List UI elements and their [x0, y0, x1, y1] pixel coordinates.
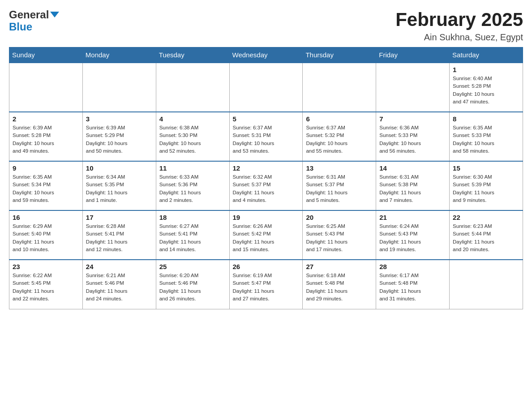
- logo-general: General: [9, 9, 49, 21]
- day-number: 4: [159, 115, 226, 123]
- day-info: Sunrise: 6:27 AM Sunset: 5:41 PM Dayligh…: [159, 223, 226, 253]
- calendar-cell: 18Sunrise: 6:27 AM Sunset: 5:41 PM Dayli…: [156, 210, 229, 260]
- calendar-table: Sunday Monday Tuesday Wednesday Thursday…: [9, 47, 523, 309]
- header-saturday: Saturday: [450, 47, 523, 63]
- day-info: Sunrise: 6:31 AM Sunset: 5:37 PM Dayligh…: [306, 173, 373, 204]
- calendar-cell: 1Sunrise: 6:40 AM Sunset: 5:28 PM Daylig…: [450, 63, 523, 112]
- calendar-cell: 23Sunrise: 6:22 AM Sunset: 5:45 PM Dayli…: [9, 260, 83, 309]
- day-info: Sunrise: 6:38 AM Sunset: 5:30 PM Dayligh…: [159, 124, 226, 155]
- day-info: Sunrise: 6:23 AM Sunset: 5:44 PM Dayligh…: [453, 223, 519, 253]
- day-info: Sunrise: 6:19 AM Sunset: 5:47 PM Dayligh…: [233, 272, 300, 303]
- calendar-cell: 4Sunrise: 6:38 AM Sunset: 5:30 PM Daylig…: [156, 112, 229, 161]
- logo-text: General Blue: [9, 9, 59, 33]
- calendar-cell: 8Sunrise: 6:35 AM Sunset: 5:33 PM Daylig…: [450, 112, 523, 161]
- day-info: Sunrise: 6:33 AM Sunset: 5:36 PM Dayligh…: [159, 173, 226, 204]
- calendar-cell: [156, 63, 229, 112]
- calendar-cell: 13Sunrise: 6:31 AM Sunset: 5:37 PM Dayli…: [303, 161, 376, 210]
- title-area: February 2025 Ain Sukhna, Suez, Egypt: [395, 9, 523, 43]
- day-number: 11: [159, 164, 226, 172]
- day-number: 18: [159, 214, 226, 221]
- day-number: 25: [159, 263, 226, 270]
- calendar-cell: 9Sunrise: 6:35 AM Sunset: 5:34 PM Daylig…: [9, 161, 83, 210]
- day-info: Sunrise: 6:39 AM Sunset: 5:28 PM Dayligh…: [13, 124, 79, 155]
- day-number: 28: [379, 263, 446, 270]
- calendar-cell: 3Sunrise: 6:39 AM Sunset: 5:29 PM Daylig…: [82, 112, 156, 161]
- day-info: Sunrise: 6:25 AM Sunset: 5:43 PM Dayligh…: [306, 223, 373, 253]
- day-info: Sunrise: 6:39 AM Sunset: 5:29 PM Dayligh…: [86, 124, 153, 155]
- calendar-cell: 11Sunrise: 6:33 AM Sunset: 5:36 PM Dayli…: [156, 161, 229, 210]
- week-row-4: 16Sunrise: 6:29 AM Sunset: 5:40 PM Dayli…: [9, 210, 523, 260]
- day-number: 1: [453, 66, 519, 73]
- calendar-cell: 2Sunrise: 6:39 AM Sunset: 5:28 PM Daylig…: [9, 112, 83, 161]
- week-row-5: 23Sunrise: 6:22 AM Sunset: 5:45 PM Dayli…: [9, 260, 523, 309]
- header-thursday: Thursday: [303, 47, 376, 63]
- logo-blue: Blue: [9, 21, 32, 33]
- calendar-cell: 15Sunrise: 6:30 AM Sunset: 5:39 PM Dayli…: [450, 161, 523, 210]
- day-number: 10: [86, 164, 153, 172]
- week-row-2: 2Sunrise: 6:39 AM Sunset: 5:28 PM Daylig…: [9, 112, 523, 161]
- calendar-cell: [9, 63, 83, 112]
- day-info: Sunrise: 6:37 AM Sunset: 5:31 PM Dayligh…: [233, 124, 300, 155]
- calendar-cell: [303, 63, 376, 112]
- day-number: 23: [13, 263, 79, 270]
- day-number: 22: [453, 214, 519, 221]
- calendar-cell: [450, 260, 523, 309]
- calendar-cell: 5Sunrise: 6:37 AM Sunset: 5:31 PM Daylig…: [229, 112, 303, 161]
- day-info: Sunrise: 6:35 AM Sunset: 5:34 PM Dayligh…: [13, 173, 79, 204]
- calendar-cell: 22Sunrise: 6:23 AM Sunset: 5:44 PM Dayli…: [450, 210, 523, 260]
- calendar-cell: [376, 63, 450, 112]
- day-number: 21: [379, 214, 446, 221]
- logo: General Blue: [9, 9, 59, 33]
- calendar-cell: [229, 63, 303, 112]
- calendar-cell: 28Sunrise: 6:17 AM Sunset: 5:48 PM Dayli…: [376, 260, 450, 309]
- day-info: Sunrise: 6:17 AM Sunset: 5:48 PM Dayligh…: [379, 272, 446, 303]
- day-number: 13: [306, 164, 373, 172]
- day-number: 12: [233, 164, 300, 172]
- header-wednesday: Wednesday: [229, 47, 303, 63]
- day-info: Sunrise: 6:26 AM Sunset: 5:42 PM Dayligh…: [233, 223, 300, 253]
- week-row-3: 9Sunrise: 6:35 AM Sunset: 5:34 PM Daylig…: [9, 161, 523, 210]
- day-number: 5: [233, 115, 300, 123]
- day-number: 19: [233, 214, 300, 221]
- day-number: 26: [233, 263, 300, 270]
- calendar-cell: [82, 63, 156, 112]
- day-number: 8: [453, 115, 519, 123]
- calendar-cell: 26Sunrise: 6:19 AM Sunset: 5:47 PM Dayli…: [229, 260, 303, 309]
- day-number: 7: [379, 115, 446, 123]
- calendar-cell: 7Sunrise: 6:36 AM Sunset: 5:33 PM Daylig…: [376, 112, 450, 161]
- calendar-cell: 21Sunrise: 6:24 AM Sunset: 5:43 PM Dayli…: [376, 210, 450, 260]
- page-header: General Blue February 2025 Ain Sukhna, S…: [9, 9, 523, 43]
- day-info: Sunrise: 6:34 AM Sunset: 5:35 PM Dayligh…: [86, 173, 153, 204]
- day-info: Sunrise: 6:24 AM Sunset: 5:43 PM Dayligh…: [379, 223, 446, 253]
- calendar-subtitle: Ain Sukhna, Suez, Egypt: [395, 32, 523, 43]
- week-row-1: 1Sunrise: 6:40 AM Sunset: 5:28 PM Daylig…: [9, 63, 523, 112]
- day-info: Sunrise: 6:30 AM Sunset: 5:39 PM Dayligh…: [453, 173, 519, 204]
- header-sunday: Sunday: [9, 47, 83, 63]
- day-info: Sunrise: 6:28 AM Sunset: 5:41 PM Dayligh…: [86, 223, 153, 253]
- day-info: Sunrise: 6:29 AM Sunset: 5:40 PM Dayligh…: [13, 223, 79, 253]
- day-number: 16: [13, 214, 79, 221]
- day-number: 14: [379, 164, 446, 172]
- day-number: 15: [453, 164, 519, 172]
- day-info: Sunrise: 6:36 AM Sunset: 5:33 PM Dayligh…: [379, 124, 446, 155]
- calendar-cell: 12Sunrise: 6:32 AM Sunset: 5:37 PM Dayli…: [229, 161, 303, 210]
- calendar-cell: 27Sunrise: 6:18 AM Sunset: 5:48 PM Dayli…: [303, 260, 376, 309]
- weekday-header-row: Sunday Monday Tuesday Wednesday Thursday…: [9, 47, 523, 63]
- calendar-cell: 20Sunrise: 6:25 AM Sunset: 5:43 PM Dayli…: [303, 210, 376, 260]
- logo-triangle-icon: [50, 12, 59, 17]
- day-info: Sunrise: 6:18 AM Sunset: 5:48 PM Dayligh…: [306, 272, 373, 303]
- day-number: 9: [13, 164, 79, 172]
- day-number: 17: [86, 214, 153, 221]
- calendar-cell: 24Sunrise: 6:21 AM Sunset: 5:46 PM Dayli…: [82, 260, 156, 309]
- day-number: 2: [13, 115, 79, 123]
- header-monday: Monday: [82, 47, 156, 63]
- calendar-cell: 25Sunrise: 6:20 AM Sunset: 5:46 PM Dayli…: [156, 260, 229, 309]
- calendar-cell: 6Sunrise: 6:37 AM Sunset: 5:32 PM Daylig…: [303, 112, 376, 161]
- day-info: Sunrise: 6:37 AM Sunset: 5:32 PM Dayligh…: [306, 124, 373, 155]
- day-info: Sunrise: 6:22 AM Sunset: 5:45 PM Dayligh…: [13, 272, 79, 303]
- day-info: Sunrise: 6:31 AM Sunset: 5:38 PM Dayligh…: [379, 173, 446, 204]
- calendar-cell: 14Sunrise: 6:31 AM Sunset: 5:38 PM Dayli…: [376, 161, 450, 210]
- day-info: Sunrise: 6:32 AM Sunset: 5:37 PM Dayligh…: [233, 173, 300, 204]
- header-friday: Friday: [376, 47, 450, 63]
- calendar-title: February 2025: [395, 9, 523, 30]
